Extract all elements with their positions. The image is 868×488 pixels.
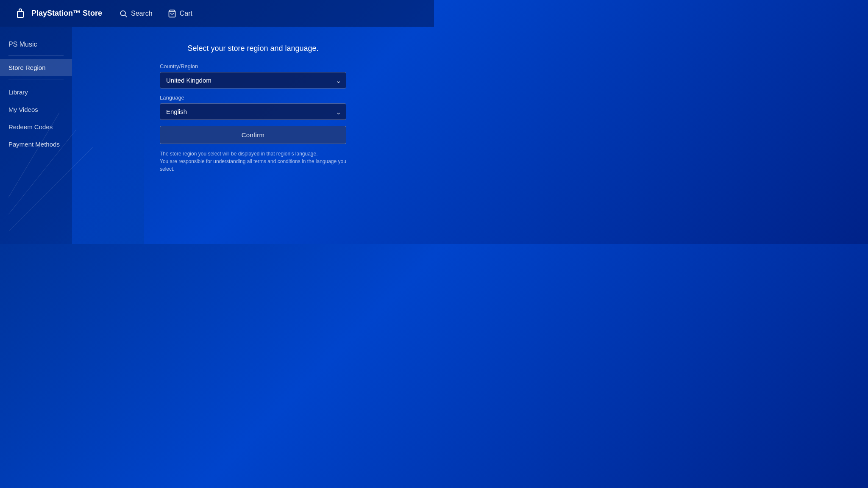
sidebar-divider-2 [8, 80, 64, 80]
cart-label: Cart [180, 10, 192, 17]
brand-title: PlayStation™ Store [31, 9, 102, 18]
sidebar-divider-1 [8, 55, 64, 55]
main-layout: PS Music Store Region Library My Videos … [0, 27, 434, 244]
disclaimer-line1: The store region you select will be disp… [160, 151, 318, 157]
search-icon [119, 9, 128, 18]
main-content: Select your store region and language. C… [72, 27, 434, 244]
panel-title: Select your store region and language. [160, 44, 346, 53]
disclaimer-text: The store region you select will be disp… [160, 150, 346, 173]
language-label: Language [160, 94, 346, 101]
cart-icon [168, 9, 176, 18]
brand: PlayStation™ Store [14, 7, 102, 20]
confirm-button[interactable]: Confirm [160, 126, 346, 144]
language-select-wrapper: English French German Japanese Spanish ⌄ [160, 103, 346, 120]
sidebar-item-payment-methods[interactable]: Payment Methods [0, 136, 72, 153]
ps-store-icon [14, 7, 27, 20]
app-header: PlayStation™ Store Search Cart [0, 0, 434, 27]
svg-point-3 [120, 11, 125, 16]
country-label: Country/Region [160, 63, 346, 69]
search-nav-item[interactable]: Search [119, 9, 153, 18]
country-select-wrapper: United Kingdom United States Canada Fran… [160, 72, 346, 89]
search-label: Search [131, 10, 153, 17]
sidebar-item-redeem-codes[interactable]: Redeem Codes [0, 118, 72, 136]
sidebar-item-library[interactable]: Library [0, 83, 72, 101]
sidebar-item-store-region[interactable]: Store Region [0, 59, 72, 76]
disclaimer-line2: You are responsible for understanding al… [160, 158, 346, 172]
sidebar-item-ps-music[interactable]: PS Music [0, 36, 72, 52]
store-region-panel: Select your store region and language. C… [160, 44, 346, 173]
sidebar: PS Music Store Region Library My Videos … [0, 27, 72, 244]
header-nav: Search Cart [119, 9, 192, 18]
svg-line-4 [125, 15, 127, 17]
sidebar-item-my-videos[interactable]: My Videos [0, 101, 72, 118]
language-select[interactable]: English French German Japanese Spanish [160, 103, 346, 120]
country-select[interactable]: United Kingdom United States Canada Fran… [160, 72, 346, 89]
cart-nav-item[interactable]: Cart [168, 9, 192, 18]
